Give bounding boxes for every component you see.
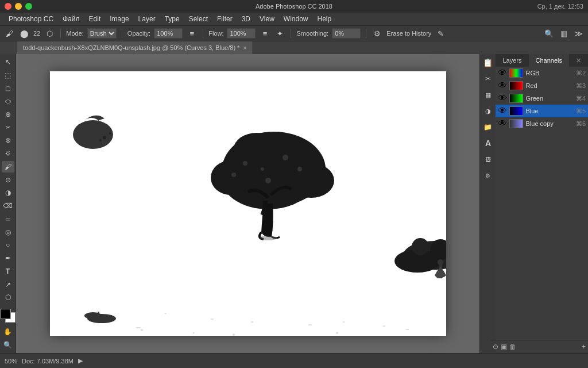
delete-channel[interactable]: 🗑 (509, 343, 516, 351)
file-tab[interactable]: todd-quackenbush-X8xQZLNBM0Q-unsplash.jp… (17, 41, 253, 54)
panel-tabs: Layers Channels ✕ (496, 54, 588, 67)
tool-blur[interactable]: ◎ (2, 227, 14, 238)
tool-healing[interactable]: ⛭ (2, 148, 14, 159)
tool-eraser[interactable]: ⌫ (2, 200, 14, 212)
color-swatches[interactable] (1, 309, 16, 322)
sep2 (122, 29, 122, 38)
search-icon[interactable]: 🔍 (543, 29, 555, 38)
history-icon[interactable]: 📋 (482, 56, 494, 69)
menu-item-edit[interactable]: Edit (85, 14, 105, 24)
tool-dodge[interactable]: ○ (2, 240, 14, 251)
traffic-lights[interactable] (5, 3, 32, 10)
status-arrow[interactable]: ▶ (78, 357, 83, 365)
tab-filename: todd-quackenbush-X8xQZLNBM0Q-unsplash.jp… (23, 44, 239, 51)
canvas-area[interactable] (16, 54, 479, 353)
channel-blue[interactable]: 👁 Blue ⌘5 (496, 105, 588, 117)
canvas (50, 71, 446, 336)
tool-brush[interactable]: 🖌 (2, 161, 14, 172)
tool-hand[interactable]: ✋ (2, 327, 14, 338)
libraries-icon[interactable]: 🖼 (482, 153, 494, 166)
svg-rect-34 (308, 324, 312, 325)
menu-item-file[interactable]: Файл (59, 14, 84, 24)
new-channel[interactable]: + (582, 343, 586, 351)
save-selection[interactable]: ▣ (501, 343, 507, 351)
svg-point-21 (297, 167, 302, 171)
menu-item-layer[interactable]: Layer (134, 14, 160, 24)
tool-zoom[interactable]: 🔍 (2, 339, 14, 351)
grid-icon[interactable]: ▦ (482, 89, 494, 101)
smoothing-label: Smoothing: (296, 30, 328, 37)
properties-icon[interactable]: ⚙ (482, 169, 494, 182)
action-icon[interactable]: ✂ (482, 72, 494, 85)
smoothing-input[interactable] (332, 28, 361, 39)
panel-toggle-icon[interactable]: ▥ (558, 29, 570, 38)
menu-item-image[interactable]: Image (106, 14, 133, 24)
green-thumb (509, 94, 523, 103)
green-name: Green (525, 95, 573, 102)
tool-marquee[interactable]: ⬚ (2, 70, 14, 81)
panel-close[interactable]: ✕ (569, 54, 588, 67)
tab-close-button[interactable]: × (243, 45, 246, 51)
svg-point-46 (336, 332, 338, 334)
main-area: ↖ ⬚ ▢ ⬭ ⊕ ✂ ⊗ ⛭ 🖌 ⊙ ◑ ⌫ ▭ ◎ ○ ✒ T ↗ ⬡ ✋ … (0, 54, 588, 353)
red-eye[interactable]: 👁 (498, 80, 507, 91)
menu-item-select[interactable]: Select (185, 14, 212, 24)
maximize-button[interactable] (25, 3, 32, 10)
menu-item-type[interactable]: Type (161, 14, 184, 24)
tool-rect-select[interactable]: ▢ (2, 83, 14, 94)
tool-pen[interactable]: ✒ (2, 252, 14, 264)
tool-clone[interactable]: ⊙ (2, 174, 14, 186)
channel-blue-copy[interactable]: 👁 Blue copy ⌘6 (496, 117, 588, 130)
character-icon[interactable]: A (482, 137, 494, 150)
settings-icon[interactable]: ⚙ (372, 29, 383, 38)
menu-item-3d[interactable]: 3D (238, 14, 254, 24)
svg-point-2 (103, 136, 106, 139)
green-eye[interactable]: 👁 (498, 93, 507, 103)
svg-point-12 (271, 133, 288, 150)
right-toolbar: 📋 ✂ ▦ ◑ 📁 A 🖼 ⚙ (479, 54, 496, 353)
tab-channels[interactable]: Channels (529, 54, 569, 67)
tool-magic-wand[interactable]: ⊕ (2, 109, 14, 120)
tool-crop[interactable]: ✂ (2, 122, 14, 133)
erase-history-label: Erase to History (386, 30, 431, 37)
flow-input[interactable] (227, 28, 256, 39)
minimize-button[interactable] (15, 3, 22, 10)
tool-shape[interactable]: ⬡ (2, 292, 14, 304)
brush-tool-icon[interactable]: 🖌 (3, 29, 15, 38)
close-button[interactable] (5, 3, 11, 10)
channel-rgb[interactable]: 👁 RGB ⌘2 (496, 67, 588, 79)
rgb-eye[interactable]: 👁 (498, 68, 507, 78)
opacity-input[interactable] (154, 28, 183, 39)
airbrush-icon[interactable]: ✦ (274, 29, 285, 38)
foreground-color[interactable] (1, 309, 11, 319)
menu-item-ps[interactable]: Photoshop CC (5, 14, 57, 24)
blue-eye[interactable]: 👁 (498, 106, 507, 116)
brush-options-icon[interactable]: ⬡ (44, 29, 55, 38)
blue-copy-eye[interactable]: 👁 (498, 118, 507, 129)
tool-move[interactable]: ↖ (2, 56, 14, 68)
channel-red[interactable]: 👁 Red ⌘3 (496, 79, 588, 92)
svg-point-17 (214, 172, 231, 189)
menu-item-filter[interactable]: Filter (213, 14, 237, 24)
channel-green[interactable]: 👁 Green ⌘4 (496, 92, 588, 105)
opacity-label: Opacity: (127, 30, 150, 37)
tool-text[interactable]: T (2, 266, 14, 277)
folder-icon[interactable]: 📁 (482, 121, 494, 133)
svg-point-23 (265, 178, 271, 183)
tool-gradient[interactable]: ▭ (2, 213, 14, 225)
erase-history-icon: ✎ (435, 29, 446, 38)
statusbar: 50% Doc: 7.03M/9.38M ▶ (0, 353, 588, 368)
mode-select[interactable]: Brush (87, 28, 117, 39)
svg-point-44 (233, 334, 235, 336)
tool-eyedropper[interactable]: ⊗ (2, 135, 14, 147)
more-icon[interactable]: ≫ (573, 29, 585, 38)
tool-lasso[interactable]: ⬭ (2, 95, 14, 107)
tool-history-brush[interactable]: ◑ (2, 187, 14, 199)
menu-item-view[interactable]: View (256, 14, 278, 24)
tool-path-select[interactable]: ↗ (2, 279, 14, 290)
tab-layers[interactable]: Layers (496, 54, 528, 67)
menu-item-help[interactable]: Help (314, 14, 336, 24)
channel-to-selection[interactable]: ⊙ (493, 343, 498, 351)
menu-item-window[interactable]: Window (280, 14, 312, 24)
color-icon[interactable]: ◑ (482, 105, 494, 117)
